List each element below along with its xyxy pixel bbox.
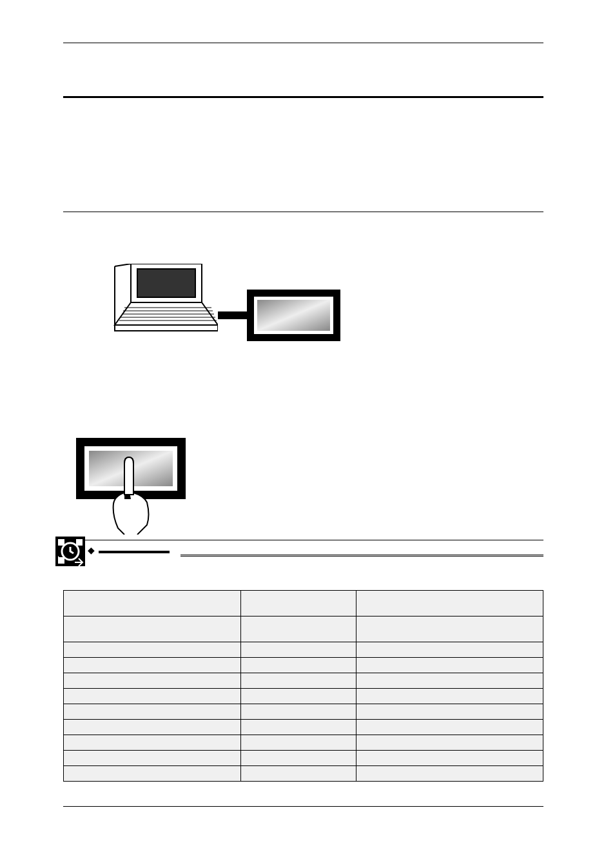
table-cell bbox=[356, 766, 543, 782]
table-cell bbox=[241, 704, 356, 720]
table-header-cell bbox=[356, 591, 543, 616]
footer-rule bbox=[63, 806, 543, 807]
table-cell bbox=[356, 704, 543, 720]
table-cell bbox=[356, 673, 543, 689]
table-cell bbox=[241, 735, 356, 751]
table-cell bbox=[64, 720, 241, 735]
keypoint-label-underline bbox=[99, 542, 170, 553]
table-cell bbox=[241, 751, 356, 766]
panel-icon bbox=[247, 290, 340, 341]
table-cell bbox=[241, 673, 356, 689]
keypoint-block: ◆ bbox=[63, 540, 543, 571]
table-header-cell bbox=[241, 591, 356, 616]
spec-table bbox=[63, 590, 543, 782]
table-header-cell bbox=[64, 591, 241, 616]
table-cell bbox=[64, 751, 241, 766]
svg-rect-16 bbox=[58, 539, 64, 546]
svg-line-1 bbox=[115, 264, 131, 266]
svg-rect-17 bbox=[76, 539, 83, 546]
illustration-download bbox=[63, 264, 543, 380]
table-cell bbox=[64, 735, 241, 751]
svg-rect-11 bbox=[257, 300, 330, 331]
laptop-icon bbox=[92, 264, 218, 351]
table-row bbox=[64, 704, 543, 720]
table-cell bbox=[356, 720, 543, 735]
table-cell bbox=[64, 689, 241, 704]
table-row bbox=[64, 658, 543, 673]
table-cell bbox=[241, 658, 356, 673]
table-cell bbox=[64, 673, 241, 689]
table-row bbox=[64, 616, 543, 642]
table-cell bbox=[241, 616, 356, 642]
panel-touch-icon bbox=[76, 438, 186, 535]
table-cell bbox=[64, 704, 241, 720]
table-row bbox=[64, 751, 543, 766]
table-cell bbox=[241, 689, 356, 704]
table-cell bbox=[64, 766, 241, 782]
table-row bbox=[64, 720, 543, 735]
svg-rect-0 bbox=[137, 269, 195, 297]
table-cell bbox=[64, 658, 241, 673]
keypoint-icon bbox=[55, 537, 85, 566]
table-cell bbox=[356, 658, 543, 673]
table-header-row bbox=[64, 591, 543, 616]
table-cell bbox=[241, 720, 356, 735]
illustration-touch bbox=[63, 438, 543, 535]
table-cell bbox=[356, 642, 543, 658]
diamond-bullet: ◆ bbox=[88, 545, 95, 555]
table-cell bbox=[64, 642, 241, 658]
table-row bbox=[64, 673, 543, 689]
table-cell bbox=[241, 766, 356, 782]
table-cell bbox=[356, 751, 543, 766]
keypoint-double-rule bbox=[181, 555, 543, 557]
table-cell bbox=[64, 616, 241, 642]
table-row bbox=[64, 689, 543, 704]
table-row bbox=[64, 766, 543, 782]
table-row bbox=[64, 642, 543, 658]
table-cell bbox=[356, 689, 543, 704]
table-cell bbox=[356, 616, 543, 642]
table-cell bbox=[241, 642, 356, 658]
table-row bbox=[64, 735, 543, 751]
table-cell bbox=[356, 735, 543, 751]
